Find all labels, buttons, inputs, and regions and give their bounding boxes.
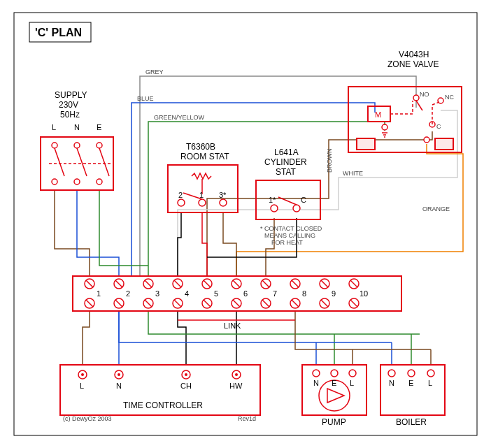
zone-valve-label: ZONE VALVE <box>387 59 439 69</box>
room-stat-t1: 1 <box>199 191 204 199</box>
tb-3: 3 <box>155 289 159 298</box>
cyl-stat-label: CYLINDER <box>264 157 307 167</box>
svg-point-8 <box>97 179 102 185</box>
wire-label-grey: GREY <box>145 68 164 75</box>
svg-point-92 <box>427 370 434 377</box>
tc-n: N <box>116 382 122 390</box>
wire-label-brown: BROWN <box>326 149 333 173</box>
supply-freq: 50Hz <box>60 110 80 120</box>
boiler-block: N E L BOILER <box>380 365 445 427</box>
cylinder-stat-block: L641A CYLINDER STAT 1* C * CONTACT CLOSE… <box>256 147 322 246</box>
wire-label-gy: GREEN/YELLOW <box>154 114 205 121</box>
supply-term-n: N <box>74 123 80 131</box>
svg-line-11 <box>99 148 109 176</box>
svg-point-24 <box>178 199 185 206</box>
tb-1: 1 <box>97 289 101 298</box>
tb-8: 8 <box>302 289 306 298</box>
cyl-stat-t1: 1* <box>269 196 276 204</box>
boiler-n: N <box>389 379 394 387</box>
wiring-diagram: 'C' PLAN GREY BLUE GREEN/YELLOW BROWN WH… <box>0 0 491 448</box>
supply-term-l: L <box>52 123 56 131</box>
svg-point-87 <box>331 370 338 377</box>
zone-valve-c: C <box>436 123 441 130</box>
svg-point-6 <box>52 179 57 185</box>
svg-line-10 <box>77 148 87 176</box>
room-stat-model: T6360B <box>186 142 215 152</box>
credit: (c) DewyOz 2003 <box>63 415 112 422</box>
cyl-note3: FOR HEAT <box>271 239 303 246</box>
wire-label-blue: BLUE <box>137 95 154 102</box>
tb-5: 5 <box>214 289 218 298</box>
svg-rect-20 <box>435 138 453 150</box>
tc-label: TIME CONTROLLER <box>123 400 203 410</box>
tb-2: 2 <box>126 289 130 298</box>
rev: Rev1d <box>238 415 256 422</box>
boiler-l: L <box>428 379 432 387</box>
svg-point-86 <box>313 370 320 377</box>
pump-block: N E L PUMP <box>302 365 367 427</box>
boiler-e: E <box>408 379 413 387</box>
svg-point-77 <box>81 373 84 376</box>
cyl-stat-model: L641A <box>274 147 299 157</box>
svg-point-25 <box>199 199 206 206</box>
svg-point-21 <box>424 137 429 143</box>
supply-block: SUPPLY 230V 50Hz L N E <box>41 90 113 190</box>
zone-valve-m: M <box>375 110 381 119</box>
zone-valve-no: NO <box>420 91 429 98</box>
svg-point-15 <box>413 95 419 101</box>
tb-6: 6 <box>243 289 248 298</box>
tb-link: LINK <box>224 321 241 330</box>
svg-rect-19 <box>357 138 375 150</box>
zone-valve-block: V4043H ZONE VALVE M NO NC C <box>348 50 462 152</box>
tc-ch: CH <box>180 382 192 390</box>
supply-voltage: 230V <box>59 100 78 110</box>
svg-point-7 <box>74 179 80 185</box>
zone-valve-model: V4043H <box>399 50 429 59</box>
svg-point-18 <box>382 124 387 130</box>
svg-point-88 <box>349 370 356 377</box>
cyl-note2: MEANS CALLING <box>264 232 315 239</box>
svg-line-9 <box>55 148 64 176</box>
supply-label: SUPPLY <box>55 90 87 100</box>
room-stat-t3: 3* <box>219 191 227 199</box>
svg-point-3 <box>52 143 57 148</box>
tb-9: 9 <box>332 289 336 298</box>
terminal-block: 1 2 3 4 5 6 7 8 9 10 LINK <box>73 276 401 330</box>
svg-point-29 <box>271 205 278 212</box>
boiler-label: BOILER <box>396 417 427 427</box>
svg-point-79 <box>118 373 120 376</box>
pump-n: N <box>313 379 319 387</box>
wire-label-orange: ORANGE <box>422 205 450 212</box>
wire-label-white: WHITE <box>343 170 363 177</box>
diagram-title: 'C' PLAN <box>35 27 82 38</box>
zone-valve-nc: NC <box>445 94 454 101</box>
svg-point-81 <box>185 373 187 376</box>
cyl-stat-tc: C <box>301 196 306 204</box>
svg-point-83 <box>235 373 238 376</box>
tb-7: 7 <box>273 289 277 298</box>
tb-10: 10 <box>360 289 368 298</box>
svg-point-90 <box>388 370 395 377</box>
svg-point-91 <box>408 370 415 377</box>
tc-hw: HW <box>229 382 243 390</box>
pump-e: E <box>332 379 336 387</box>
room-stat-label: ROOM STAT <box>180 152 229 161</box>
tc-l: L <box>80 382 84 390</box>
svg-point-30 <box>293 205 300 212</box>
svg-point-4 <box>74 143 80 148</box>
svg-point-5 <box>97 143 102 148</box>
room-stat-t2b: 2 <box>178 191 183 199</box>
svg-rect-28 <box>256 180 320 219</box>
tb-4: 4 <box>185 289 189 298</box>
supply-term-e: E <box>97 123 101 131</box>
pump-label: PUMP <box>322 417 346 427</box>
room-stat-block: T6360B ROOM STAT 2 2 1 3* <box>168 142 238 212</box>
cyl-stat-label2: STAT <box>276 167 297 177</box>
time-controller-block: L N CH HW TIME CONTROLLER (c) DewyOz 200… <box>60 365 260 422</box>
pump-l: L <box>350 379 354 387</box>
svg-point-26 <box>220 199 227 206</box>
cyl-note1: * CONTACT CLOSED <box>260 225 322 232</box>
